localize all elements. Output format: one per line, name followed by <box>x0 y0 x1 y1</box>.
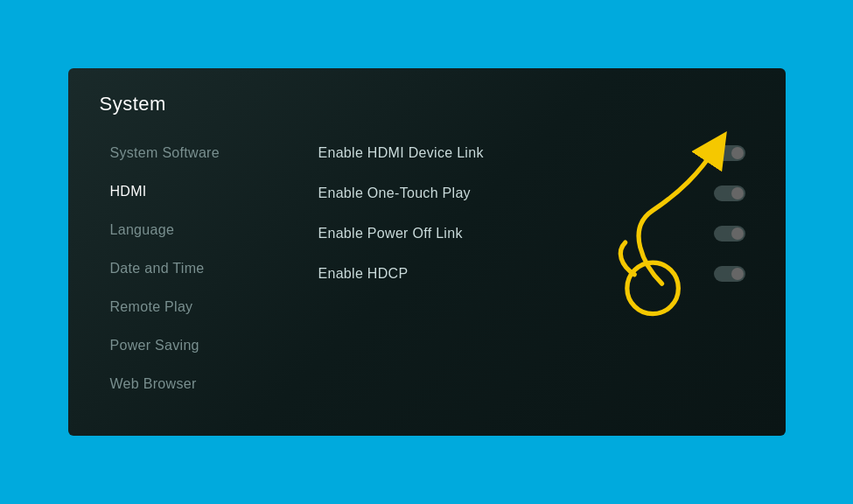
setting-row-power-off-link: Enable Power Off Link <box>318 217 754 250</box>
hdmi-device-link-label: Enable HDMI Device Link <box>318 145 484 161</box>
hdcp-toggle[interactable] <box>714 266 745 282</box>
sidebar: System Software HDMI Language Date and T… <box>100 136 292 411</box>
one-touch-play-toggle[interactable] <box>714 186 745 201</box>
hdcp-label: Enable HDCP <box>318 266 409 282</box>
setting-row-hdcp: Enable HDCP <box>318 257 754 290</box>
hdmi-device-link-toggle[interactable] <box>714 145 745 161</box>
settings-panel: Enable HDMI Device Link Enable One-Touch… <box>292 136 754 411</box>
one-touch-play-label: Enable One-Touch Play <box>318 186 471 201</box>
sidebar-item-remote-play[interactable]: Remote Play <box>100 290 292 324</box>
sidebar-item-power-saving[interactable]: Power Saving <box>100 329 292 362</box>
sidebar-item-hdmi[interactable]: HDMI <box>100 175 292 208</box>
setting-row-one-touch-play: Enable One-Touch Play <box>318 177 754 210</box>
settings-screen: System System Software HDMI Language Dat… <box>68 68 786 436</box>
sidebar-item-web-browser[interactable]: Web Browser <box>100 368 292 401</box>
content-area: System Software HDMI Language Date and T… <box>100 136 754 411</box>
sidebar-item-date-and-time[interactable]: Date and Time <box>100 252 292 285</box>
power-off-link-toggle[interactable] <box>714 226 745 242</box>
sidebar-item-language[interactable]: Language <box>100 214 292 247</box>
power-off-link-label: Enable Power Off Link <box>318 226 463 242</box>
sidebar-item-system-software[interactable]: System Software <box>100 136 292 170</box>
page-title: System <box>100 93 754 116</box>
setting-row-hdmi-device-link: Enable HDMI Device Link <box>318 136 754 170</box>
